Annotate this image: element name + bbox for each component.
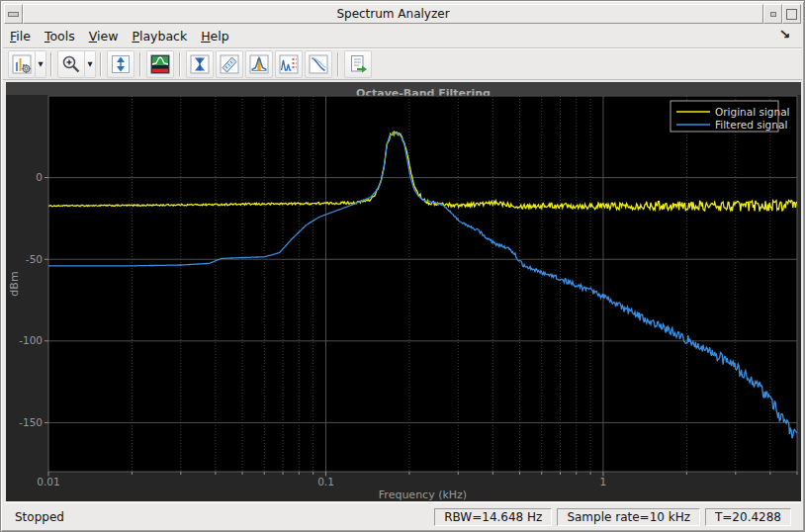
cursor-measurements-icon: [189, 53, 211, 75]
spectrum-settings-dropdown-button[interactable]: ▼: [36, 50, 46, 78]
svg-text:Filtered signal: Filtered signal: [715, 119, 787, 131]
menu-help[interactable]: Help: [194, 27, 236, 45]
menubar: FileToolsViewPlaybackHelp↘: [3, 25, 802, 48]
menu-view[interactable]: View: [82, 27, 126, 45]
toolbar-separator: [100, 52, 102, 76]
window-title: Spectrum Analyzer: [336, 7, 449, 21]
toolbar-separator: [139, 52, 141, 76]
toolbar-separator: [50, 52, 52, 76]
spectrum-analyzer-window: Spectrum Analyzer FileToolsViewPlaybackH…: [0, 0, 805, 532]
svg-text:-50: -50: [26, 253, 43, 265]
autoscale-y-icon: [110, 53, 132, 75]
zoom-in-icon: [60, 53, 82, 75]
spectrum-settings-button[interactable]: [8, 50, 36, 78]
zoom-in-button[interactable]: [57, 50, 85, 78]
ccdf-measurements-icon: [308, 53, 329, 75]
svg-text:0: 0: [36, 171, 43, 183]
ccdf-measurements-button[interactable]: [305, 50, 332, 78]
titlebar[interactable]: Spectrum Analyzer: [4, 4, 801, 24]
cursor-measurements-button[interactable]: [186, 50, 214, 78]
peak-finder-button[interactable]: [245, 50, 273, 78]
autoscale-y-button[interactable]: [107, 50, 134, 78]
chevron-down-icon: ▼: [88, 60, 93, 68]
zoom-in-dropdown-button[interactable]: ▼: [85, 50, 96, 78]
menu-file[interactable]: File: [3, 27, 38, 45]
scope-panel: Octave-Band Filtering 0.010.110-50-100-1…: [6, 82, 801, 501]
maximize-button[interactable]: [782, 4, 801, 24]
spectrum-plot[interactable]: 0.010.110-50-100-150Frequency (kHz)dBm O…: [6, 82, 801, 501]
toolbar-separator: [179, 52, 181, 76]
y-axis-label: dBm: [8, 271, 21, 296]
x-axis-label: Frequency (kHz): [379, 488, 467, 501]
maximize-icon: [786, 9, 797, 20]
status-text: Stopped: [15, 510, 434, 524]
svg-text:1: 1: [600, 476, 607, 488]
export-report-icon: [347, 53, 369, 75]
menu-tools[interactable]: Tools: [38, 27, 82, 45]
signal-ruler-icon: [219, 53, 240, 75]
statusbar: Stopped RBW=14.648 HzSample rate=10 kHzT…: [4, 502, 801, 530]
window-menu-icon: [8, 12, 19, 17]
distortion-measurements-icon: [278, 53, 300, 75]
signal-ruler-button[interactable]: [216, 50, 243, 78]
svg-text:0.1: 0.1: [317, 476, 334, 488]
chevron-down-icon: ▼: [39, 60, 44, 68]
spectrum-settings-icon: [11, 53, 33, 75]
peak-finder-icon: [248, 53, 270, 75]
toolbar-separator: [337, 52, 339, 76]
window-menu-button[interactable]: [4, 4, 23, 24]
legend[interactable]: Original signalFiltered signal: [671, 101, 789, 132]
svg-text:-150: -150: [19, 416, 43, 428]
minimize-icon: [770, 12, 776, 17]
dock-arrow-icon[interactable]: ↘: [779, 27, 791, 42]
spectrum-view-icon: [149, 53, 171, 75]
status-field: Sample rate=10 kHz: [557, 508, 700, 526]
status-field: T=20.4288: [705, 508, 791, 526]
status-field: RBW=14.648 Hz: [434, 508, 552, 526]
menu-playback[interactable]: Playback: [125, 27, 194, 45]
svg-text:0.01: 0.01: [37, 476, 59, 488]
export-report-button[interactable]: [344, 50, 372, 78]
spectrum-view-button[interactable]: [146, 50, 174, 78]
minimize-button[interactable]: [763, 4, 782, 24]
toolbar: ▼▼: [3, 49, 802, 80]
svg-text:-100: -100: [19, 334, 43, 346]
distortion-measurements-button[interactable]: [275, 50, 303, 78]
svg-text:Original signal: Original signal: [715, 106, 789, 118]
